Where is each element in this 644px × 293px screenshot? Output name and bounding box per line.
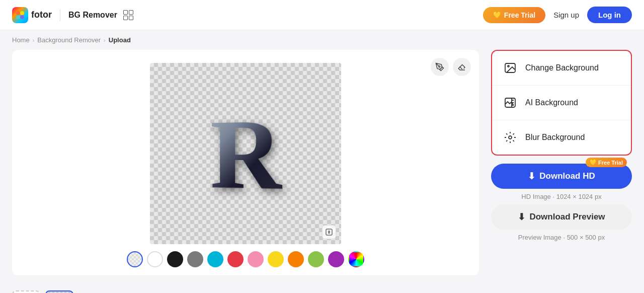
breadcrumb-chevron-1: › <box>33 37 35 43</box>
svg-point-3 <box>20 15 24 19</box>
header: fotor BG Remover 💛 Free Trial Sign up Lo… <box>0 0 644 30</box>
breadcrumb-home[interactable]: Home <box>12 36 30 44</box>
color-swatch-transparent[interactable] <box>127 251 143 267</box>
logo-text: fotor <box>31 10 52 20</box>
log-in-button[interactable]: Log in <box>587 7 632 23</box>
r-letter-graphic: R <box>210 95 283 212</box>
color-swatch-gray[interactable] <box>187 251 203 267</box>
thumbnail-strip: + R <box>0 286 644 293</box>
eraser-tool-button[interactable] <box>453 58 471 76</box>
blur-background-icon <box>502 129 518 145</box>
color-swatch-yellow[interactable] <box>268 251 284 267</box>
download-preview-icon: ⬇ <box>518 211 525 223</box>
svg-point-4 <box>439 66 440 67</box>
add-image-button[interactable]: + <box>12 290 40 293</box>
svg-point-10 <box>508 65 509 67</box>
color-swatch-pink[interactable] <box>248 251 264 267</box>
download-hd-free-trial-badge: 💛 Free Trial <box>586 158 627 167</box>
canvas-image: R <box>150 63 341 244</box>
download-hd-label: Download HD <box>539 171 595 181</box>
ai-background-option[interactable]: AI Background <box>492 86 631 120</box>
main-content: R <box>0 50 644 285</box>
fotor-logo[interactable]: fotor <box>12 7 52 23</box>
change-background-label: Change Background <box>525 63 599 72</box>
canvas-toolbar <box>431 58 471 76</box>
breadcrumb-current: Upload <box>109 36 131 44</box>
change-background-icon <box>502 60 518 76</box>
right-panel: Change Background AI Background <box>491 50 632 241</box>
resize-handle[interactable] <box>322 225 336 239</box>
bg-remover-label: BG Remover <box>68 11 117 20</box>
badge-heart-icon: 💛 <box>590 159 597 166</box>
color-swatch-red[interactable] <box>227 251 244 267</box>
download-hd-icon: ⬇ <box>528 171 535 182</box>
blur-background-label: Blur Background <box>525 133 585 142</box>
heart-icon: 💛 <box>493 11 501 19</box>
badge-label: Free Trial <box>598 160 623 166</box>
color-swatch-rainbow[interactable] <box>348 251 364 267</box>
color-swatch-purple[interactable] <box>328 251 344 267</box>
color-swatch-black[interactable] <box>167 251 183 267</box>
color-swatch-lime[interactable] <box>308 251 324 267</box>
header-left: fotor BG Remover <box>12 7 134 23</box>
free-trial-label: Free Trial <box>504 11 535 19</box>
download-hd-button[interactable]: 💛 Free Trial ⬇ Download HD <box>491 164 632 189</box>
logo-icon <box>12 7 28 23</box>
change-background-option[interactable]: Change Background <box>492 51 631 86</box>
svg-point-13 <box>509 136 512 139</box>
free-trial-button[interactable]: 💛 Free Trial <box>483 7 545 23</box>
grid-icon[interactable] <box>123 10 134 20</box>
breadcrumb-chevron-2: › <box>104 37 106 43</box>
svg-point-0 <box>16 11 20 15</box>
color-palette <box>125 251 366 267</box>
preview-image-info: Preview Image · 500 × 500 px <box>518 234 605 241</box>
color-swatch-cyan[interactable] <box>207 251 223 267</box>
color-swatch-white[interactable] <box>147 251 163 267</box>
blur-background-option[interactable]: Blur Background <box>492 120 631 155</box>
thumbnail-item[interactable]: R <box>45 290 73 293</box>
ai-background-icon <box>502 95 518 111</box>
svg-point-1 <box>20 11 24 15</box>
hd-image-info: HD Image · 1024 × 1024 px <box>521 193 601 200</box>
download-preview-label: Download Preview <box>529 212 605 222</box>
svg-point-2 <box>16 15 20 19</box>
breadcrumb: Home › Background Remover › Upload <box>0 30 644 50</box>
brush-tool-button[interactable] <box>431 58 449 76</box>
breadcrumb-bg-remover[interactable]: Background Remover <box>37 36 101 44</box>
header-right: 💛 Free Trial Sign up Log in <box>483 7 632 23</box>
ai-background-label: AI Background <box>525 98 578 107</box>
download-preview-button[interactable]: ⬇ Download Preview <box>491 204 632 230</box>
logo-divider <box>60 9 60 21</box>
download-section: 💛 Free Trial ⬇ Download HD HD Image · 10… <box>491 164 632 241</box>
background-options-card: Change Background AI Background <box>491 50 632 156</box>
sign-up-button[interactable]: Sign up <box>553 11 579 19</box>
color-swatch-orange[interactable] <box>288 251 304 267</box>
canvas-container: R <box>12 50 479 275</box>
